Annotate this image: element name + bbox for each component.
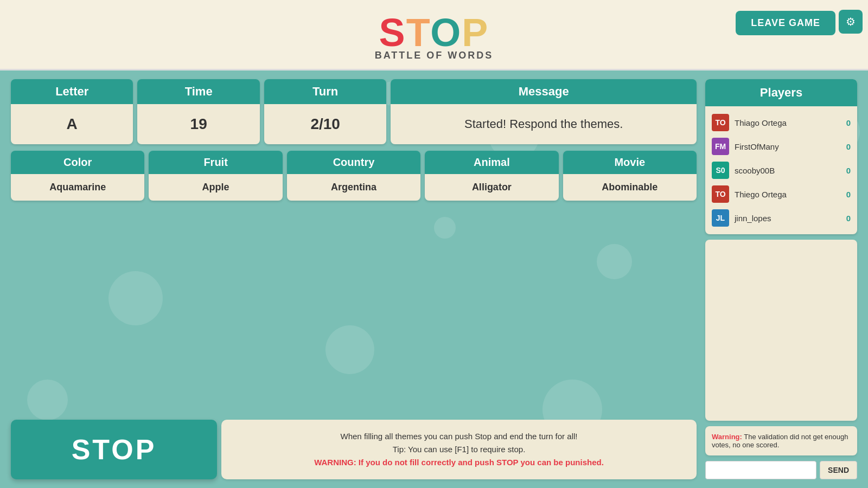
warning-label: Warning:	[712, 433, 742, 441]
letter-value: A	[11, 104, 133, 144]
chat-area	[705, 240, 857, 421]
info-row: Letter A Time 19 Turn 2/10 Message Start…	[11, 79, 697, 144]
tip-line2: Tip: You can use [F1] to require stop.	[393, 443, 526, 456]
player-item: S0scooby00B0	[712, 158, 851, 182]
category-header-3: Animal	[425, 151, 558, 174]
player-name: Thiago Ortega	[735, 118, 834, 127]
category-cell-1: Fruit	[149, 151, 282, 201]
categories-row: ColorFruitCountryAnimalMovie	[11, 151, 697, 201]
category-cell-2: Country	[287, 151, 420, 201]
message-value: Started! Respond the themes.	[391, 104, 697, 144]
logo: STOP BATTLE OF WORDS	[375, 13, 494, 61]
tip-line1: When filling all themes you can push Sto…	[341, 430, 578, 443]
category-input-4[interactable]	[563, 174, 697, 201]
tip-box: When filling all themes you can push Sto…	[221, 420, 697, 479]
player-item: JLjinn_lopes0	[712, 206, 851, 230]
category-input-3[interactable]	[425, 174, 558, 201]
category-header-4: Movie	[563, 151, 697, 174]
logo-letter-p: P	[462, 11, 489, 54]
main-content: Letter A Time 19 Turn 2/10 Message Start…	[0, 70, 868, 488]
left-panel: Letter A Time 19 Turn 2/10 Message Start…	[11, 79, 697, 479]
player-item: TOThiego Ortega0	[712, 182, 851, 206]
category-input-1[interactable]	[149, 174, 282, 201]
category-header-2: Country	[287, 151, 420, 174]
stop-button[interactable]: STOP	[11, 420, 217, 479]
chat-input-row: SEND	[705, 461, 857, 479]
avatar: FM	[712, 138, 729, 155]
message-header: Message	[391, 79, 697, 104]
player-item: TOThiago Ortega0	[712, 111, 851, 134]
logo-subtitle: BATTLE OF WORDS	[375, 50, 494, 61]
category-cell-3: Animal	[425, 151, 558, 201]
logo-letter-o: O	[430, 11, 462, 54]
avatar: JL	[712, 209, 729, 227]
player-item: FMFirstOfMany0	[712, 134, 851, 158]
category-cell-0: Color	[11, 151, 144, 201]
player-name: scooby00B	[735, 166, 834, 175]
player-name: Thiego Ortega	[735, 190, 834, 199]
avatar: TO	[712, 185, 729, 203]
spacer	[11, 207, 697, 413]
category-input-2[interactable]	[287, 174, 420, 201]
players-header: Players	[705, 79, 857, 106]
right-panel: Players TOThiago Ortega0FMFirstOfMany0S0…	[705, 79, 857, 479]
letter-cell: Letter A	[11, 79, 133, 144]
category-cell-4: Movie	[563, 151, 697, 201]
turn-cell: Turn 2/10	[264, 79, 386, 144]
chat-input[interactable]	[705, 461, 816, 479]
player-score: 0	[840, 190, 851, 199]
letter-header: Letter	[11, 79, 133, 104]
logo-letter-s: S	[379, 11, 406, 54]
send-button[interactable]: SEND	[820, 461, 857, 479]
player-score: 0	[840, 118, 851, 127]
player-name: FirstOfMany	[735, 142, 834, 151]
category-header-0: Color	[11, 151, 144, 174]
leave-game-button[interactable]: LEAVE GAME	[736, 11, 835, 35]
category-header-1: Fruit	[149, 151, 282, 174]
player-score: 0	[840, 214, 851, 223]
message-cell: Message Started! Respond the themes.	[391, 79, 697, 144]
player-score: 0	[840, 166, 851, 175]
avatar: S0	[712, 162, 729, 179]
player-score: 0	[840, 142, 851, 151]
turn-value: 2/10	[264, 104, 386, 144]
time-value: 19	[137, 104, 259, 144]
tip-line3: WARNING: If you do not fill correctly an…	[314, 456, 604, 469]
category-input-0[interactable]	[11, 174, 144, 201]
avatar: TO	[712, 114, 729, 131]
turn-header: Turn	[264, 79, 386, 104]
warning-box: Warning: The validation did not get enou…	[705, 426, 857, 455]
logo-letter-t: T	[406, 11, 431, 54]
player-name: jinn_lopes	[735, 214, 834, 223]
player-list: TOThiago Ortega0FMFirstOfMany0S0scooby00…	[705, 106, 857, 234]
bottom-area: STOP When filling all themes you can pus…	[11, 420, 697, 479]
top-bar: STOP BATTLE OF WORDS LEAVE GAME ⚙	[0, 0, 868, 70]
settings-button[interactable]: ⚙	[839, 10, 863, 34]
players-panel: Players TOThiago Ortega0FMFirstOfMany0S0…	[705, 79, 857, 234]
logo-stop: STOP	[379, 13, 489, 52]
gear-icon: ⚙	[846, 15, 856, 28]
time-header: Time	[137, 79, 259, 104]
time-cell: Time 19	[137, 79, 259, 144]
